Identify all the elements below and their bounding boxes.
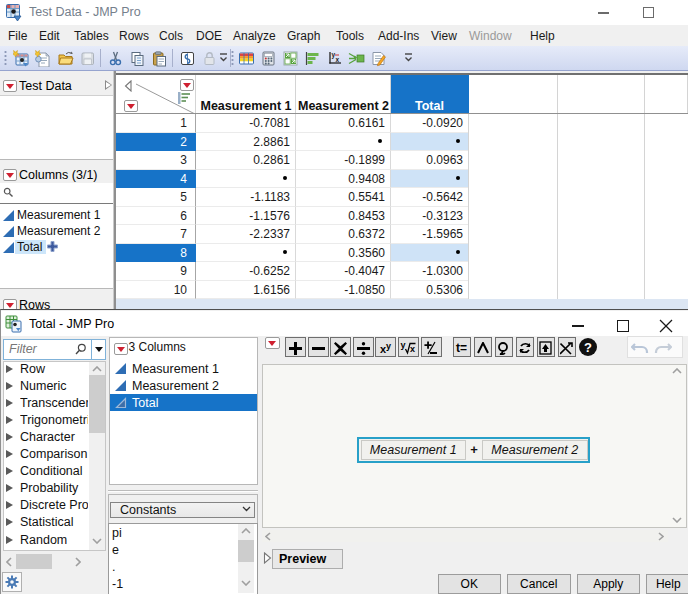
svg-text:y: y xyxy=(401,340,406,350)
svg-text:x: x xyxy=(410,344,415,354)
svg-text:y: y xyxy=(386,341,391,351)
svg-text:?: ? xyxy=(584,340,592,355)
svg-text:x: x xyxy=(336,56,340,63)
